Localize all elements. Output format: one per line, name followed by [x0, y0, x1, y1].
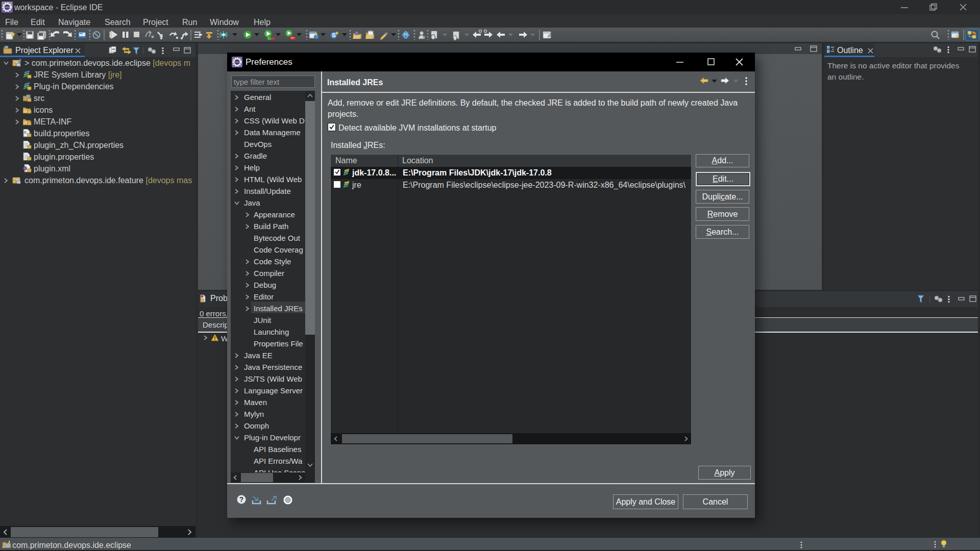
svg-text:?: ? [239, 495, 244, 504]
svg-text:S: S [332, 32, 335, 38]
svg-text:J: J [8, 540, 10, 544]
svg-text:J: J [18, 58, 21, 64]
svg-text:0:: 0: [24, 131, 27, 134]
